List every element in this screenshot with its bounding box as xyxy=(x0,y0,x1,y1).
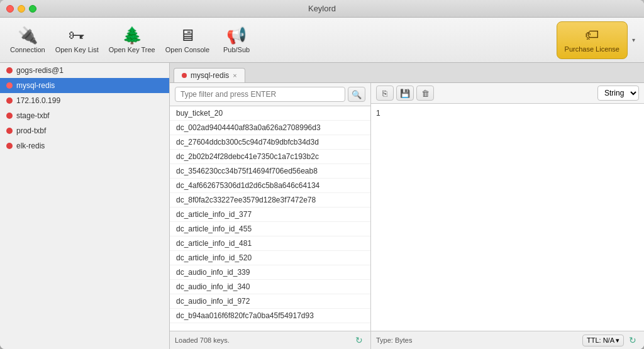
tab-bar: mysql-redis × xyxy=(170,63,644,83)
title-bar: Keylord xyxy=(0,0,644,18)
refresh-button[interactable]: ↻ xyxy=(353,334,365,346)
key-item[interactable]: dc_2b02b24f28debc41e7350c1a7c193b2c xyxy=(170,150,370,164)
save-icon: 💾 xyxy=(400,89,410,98)
copy-icon: ⎘ xyxy=(382,89,387,98)
right-panel: mysql-redis × 🔍 buy_t xyxy=(170,63,644,349)
sidebar-item-elk-redis[interactable]: elk-redis xyxy=(0,138,169,153)
content-area: 🔍 buy_ticket_20dc_002ad9404440af83a0a626… xyxy=(170,83,644,349)
open-console-button[interactable]: 🖥 Open Console xyxy=(160,21,214,59)
value-content: 1 xyxy=(371,104,644,331)
main-window: Keylord 🔌 Connection 🗝 Open Key List 🌲 O… xyxy=(0,0,644,349)
value-save-button[interactable]: 💾 xyxy=(396,86,414,101)
main-content: gogs-redis@1mysql-redis172.16.0.199stage… xyxy=(0,63,644,349)
filter-bar: 🔍 xyxy=(170,83,370,106)
value-copy-button[interactable]: ⎘ xyxy=(376,86,394,101)
key-item[interactable]: buy_ticket_20 xyxy=(170,106,370,121)
maximize-button[interactable] xyxy=(29,5,36,13)
close-button[interactable] xyxy=(6,5,14,13)
sidebar-dot xyxy=(6,113,13,119)
pub-sub-label: Pub/Sub xyxy=(223,46,250,53)
value-line-number: 1 xyxy=(376,109,380,118)
key-item[interactable]: dc_002ad9404440af83a0a626a2708996d3 xyxy=(170,121,370,135)
value-refresh-button[interactable]: ↻ xyxy=(626,334,639,346)
value-toolbar: ⎘ 💾 🗑 String List Set Z xyxy=(371,83,644,104)
tab-mysql-redis[interactable]: mysql-redis × xyxy=(174,68,245,82)
purchase-license-label: Purchase License xyxy=(565,45,619,53)
search-icon: 🔍 xyxy=(352,90,362,99)
open-key-list-button[interactable]: 🗝 Open Key List xyxy=(50,21,104,59)
open-console-label: Open Console xyxy=(165,46,209,53)
purchase-icon: 🏷 xyxy=(585,27,599,43)
delete-icon: 🗑 xyxy=(421,89,430,98)
pub-sub-button[interactable]: 📢 Pub/Sub xyxy=(214,21,258,59)
console-icon: 🖥 xyxy=(179,27,196,43)
ttl-chevron-icon: ▾ xyxy=(616,336,619,345)
sidebar-item-label: mysql-redis xyxy=(16,81,55,90)
open-key-tree-label: Open Key Tree xyxy=(109,46,155,53)
tab-label: mysql-redis xyxy=(191,71,229,80)
sidebar-item-label: elk-redis xyxy=(16,141,45,150)
sidebar-item-label: gogs-redis@1 xyxy=(16,66,64,75)
sidebar-item-label: 172.16.0.199 xyxy=(16,96,60,105)
sidebar-dot xyxy=(6,143,13,149)
window-title: Keylord xyxy=(308,4,336,13)
key-item[interactable]: dc_article_info_id_377 xyxy=(170,208,370,222)
type-select[interactable]: String List Set ZSet Hash xyxy=(597,86,639,101)
pub-sub-icon: 📢 xyxy=(226,27,247,43)
sidebar-item-172-16-0-199[interactable]: 172.16.0.199 xyxy=(0,93,169,108)
ttl-button[interactable]: TTL: N/A ▾ xyxy=(582,335,624,346)
key-list: buy_ticket_20dc_002ad9404440af83a0a626a2… xyxy=(170,106,370,331)
sidebar-item-label: stage-txbf xyxy=(16,111,50,120)
value-footer: Type: Bytes TTL: N/A ▾ ↻ xyxy=(371,331,644,349)
key-item[interactable]: dc_3546230cc34b75f14694f706ed56eab8 xyxy=(170,164,370,179)
key-item[interactable]: dc_audio_info_id_972 xyxy=(170,294,370,309)
connection-label: Connection xyxy=(10,46,45,53)
key-tree-icon: 🌲 xyxy=(122,27,142,43)
traffic-lights xyxy=(6,5,36,13)
sidebar-item-prod-txbf[interactable]: prod-txbf xyxy=(0,123,169,138)
key-item[interactable]: dc_article_info_id_455 xyxy=(170,222,370,236)
tab-dot xyxy=(182,73,187,78)
type-text: Type: Bytes xyxy=(376,336,412,344)
filter-input[interactable] xyxy=(175,87,345,102)
connection-icon: 🔌 xyxy=(18,27,38,43)
filter-search-button[interactable]: 🔍 xyxy=(348,87,365,102)
open-key-list-label: Open Key List xyxy=(55,46,99,53)
key-item[interactable]: dc_audio_info_id_340 xyxy=(170,280,370,294)
ttl-label: TTL: N/A xyxy=(587,336,614,344)
connection-button[interactable]: 🔌 Connection xyxy=(5,21,50,59)
key-item[interactable]: dc_27604ddcb300c5c94d74b9dbfcb34d3d xyxy=(170,135,370,150)
sidebar-item-mysql-redis[interactable]: mysql-redis xyxy=(0,78,169,93)
key-item[interactable]: dc_audio_info_id_339 xyxy=(170,265,370,280)
key-item[interactable]: dc_b94aa016f6f820fc7a0ba45f54917d93 xyxy=(170,309,370,323)
sidebar-item-label: prod-txbf xyxy=(16,126,46,135)
minimize-button[interactable] xyxy=(18,5,25,13)
sidebar-dot xyxy=(6,97,13,104)
key-list-panel: 🔍 buy_ticket_20dc_002ad9404440af83a0a626… xyxy=(170,83,371,349)
value-delete-button[interactable]: 🗑 xyxy=(416,86,434,101)
sidebar: gogs-redis@1mysql-redis172.16.0.199stage… xyxy=(0,63,170,349)
key-list-icon: 🗝 xyxy=(69,27,85,43)
key-item[interactable]: dc_article_info_id_520 xyxy=(170,251,370,265)
key-list-footer: Loaded 708 keys. ↻ xyxy=(170,331,370,349)
key-item[interactable]: dc_8f0fa2c33227ee3579d128e3f7472e78 xyxy=(170,193,370,208)
toolbar: 🔌 Connection 🗝 Open Key List 🌲 Open Key … xyxy=(0,18,644,63)
more-button[interactable]: ▾ xyxy=(628,21,639,59)
sidebar-dot xyxy=(6,82,13,89)
tab-close-button[interactable]: × xyxy=(233,72,236,79)
key-item[interactable]: dc_4af662675306d1d2d6c5b8a646c64134 xyxy=(170,179,370,193)
sidebar-dot xyxy=(6,128,13,134)
value-panel: ⎘ 💾 🗑 String List Set Z xyxy=(371,83,644,349)
sidebar-dot xyxy=(6,67,13,74)
purchase-license-button[interactable]: 🏷 Purchase License xyxy=(557,21,628,59)
key-item[interactable]: dc_article_info_id_481 xyxy=(170,236,370,251)
open-key-tree-button[interactable]: 🌲 Open Key Tree xyxy=(104,21,160,59)
sidebar-item-stage-txbf[interactable]: stage-txbf xyxy=(0,108,169,123)
sidebar-item-gogs-redis-1[interactable]: gogs-redis@1 xyxy=(0,63,169,78)
loaded-text: Loaded 708 keys. xyxy=(175,336,230,344)
